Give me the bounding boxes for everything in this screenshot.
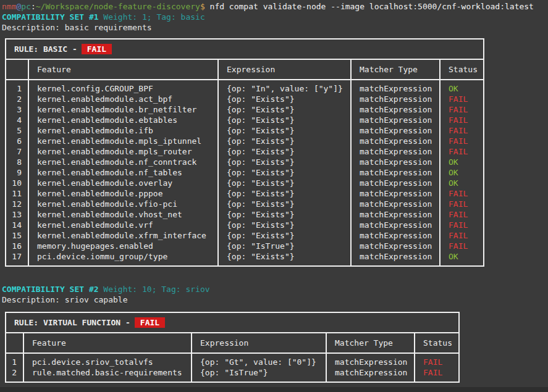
row-index: 1 [6,353,23,367]
row-status: FAIL [440,230,484,241]
row-feature: kernel.enabledmodule.br_netfilter [28,104,218,115]
col-header-status: Status [415,333,459,353]
row-status: FAIL [440,104,484,115]
rule-2-title: RULE: VIRTUAL FUNCTION - [14,318,130,327]
row-status: FAIL [440,199,484,209]
row-feature: kernel.enabledmodule.pppoe [28,188,218,199]
row-index: 12 [6,199,28,209]
row-feature: kernel.enabledmodule.mpls_router [28,146,218,157]
table-row: 15 kernel.enabledmodule.xfrm_interface {… [6,230,484,241]
col-header-index [6,59,28,80]
row-feature: rule.matched.basic-requirements [23,367,192,382]
rule-header-cell: RULE: BASIC -FAIL [6,39,484,59]
row-expression: {op: "Exists"} [218,178,351,188]
row-matcher-type: matchExpression [351,188,440,199]
row-matcher-type: matchExpression [351,80,440,94]
row-expression: {op: "Exists"} [218,146,351,157]
column-header-row: Feature Expression Matcher Type Status [6,59,484,80]
row-index: 17 [6,251,28,266]
table-row: 14 kernel.enabledmodule.vrf {op: "Exists… [6,220,484,230]
set-1-description: Description: basic requirements [2,22,548,33]
command-line: nmm@pc:~/Workspace/node-feature-discover… [2,1,548,12]
row-expression: {op: "Exists"} [218,230,351,241]
row-index: 4 [6,115,28,125]
row-status: FAIL [440,220,484,230]
row-matcher-type: matchExpression [351,199,440,209]
table-row: 12 kernel.enabledmodule.vfio-pci {op: "E… [6,199,484,209]
row-status: OK [440,167,484,178]
row-expression: {op: "Exists"} [218,199,351,209]
row-matcher-type: matchExpression [351,157,440,167]
command-text: nfd compat validate-node --image localho… [210,2,534,11]
rule-2-status-badge: FAIL [135,317,165,328]
table-row: 2 kernel.enabledmodule.act_bpf {op: "Exi… [6,94,484,104]
rule-header-row: RULE: BASIC -FAIL [6,39,484,59]
row-index: 9 [6,167,28,178]
row-status: FAIL [440,241,484,251]
row-matcher-type: matchExpression [351,104,440,115]
prompt-host: pc [21,2,31,11]
table-row: 10 kernel.enabledmodule.overlay {op: "Ex… [6,178,484,188]
col-header-status: Status [440,59,484,80]
rule-header-cell: RULE: VIRTUAL FUNCTION -FAIL [6,312,459,333]
table-row: 6 kernel.enabledmodule.mpls_iptunnel {op… [6,136,484,146]
row-expression: {op: "Exists"} [218,188,351,199]
rule-header-row: RULE: VIRTUAL FUNCTION -FAIL [6,312,459,333]
row-matcher-type: matchExpression [351,209,440,220]
col-header-matcher-type: Matcher Type [326,333,415,353]
row-status: OK [440,251,484,266]
table-row: 16 memory.hugepages.enabled {op: "IsTrue… [6,241,484,251]
column-header-row: Feature Expression Matcher Type Status [6,333,459,353]
table-row: 8 kernel.enabledmodule.nf_conntrack {op:… [6,157,484,167]
rule-table-basic: RULE: BASIC -FAIL Feature Expression Mat… [5,38,484,267]
prompt-dollar: $ [200,2,210,11]
row-status: FAIL [440,209,484,220]
row-expression: {op: "Exists"} [218,115,351,125]
row-feature: kernel.enabledmodule.vhost_net [28,209,218,220]
row-expression: {op: "Exists"} [218,125,351,136]
row-status: FAIL [440,136,484,146]
row-status: FAIL [440,94,484,104]
row-status: FAIL [415,353,459,367]
col-header-expression: Expression [192,333,326,353]
row-status: FAIL [440,188,484,199]
row-index: 16 [6,241,28,251]
terminal-window[interactable]: { "colors": { "background": "#3a3a3a", "… [0,0,548,392]
row-expression: {op: "In", value: ["y"]} [218,80,351,94]
set-1-title: COMPATIBILITY SET #1 [2,12,99,22]
row-matcher-type: matchExpression [351,146,440,157]
row-index: 15 [6,230,28,241]
row-feature: kernel.enabledmodule.nf_tables [28,167,218,178]
row-feature: kernel.enabledmodule.mpls_iptunnel [28,136,218,146]
row-matcher-type: matchExpression [351,220,440,230]
row-matcher-type: matchExpression [326,353,415,367]
row-index: 6 [6,136,28,146]
set-2-description: Description: sriov capable [2,294,548,305]
row-matcher-type: matchExpression [326,367,415,382]
row-status: OK [440,157,484,167]
table-row: 9 kernel.enabledmodule.nf_tables {op: "E… [6,167,484,178]
row-index: 11 [6,188,28,199]
table-row: 1 kernel.config.CGROUP_BPF {op: "In", va… [6,80,484,94]
table-row: 13 kernel.enabledmodule.vhost_net {op: "… [6,209,484,220]
row-status: FAIL [415,367,459,382]
row-status: FAIL [440,115,484,125]
table-row: 2 rule.matched.basic-requirements {op: "… [6,367,459,382]
row-feature: pci.device.sriov_totalvfs [23,353,192,367]
set-2-meta: Weight: 10; Tag: sriov [99,285,210,294]
col-header-feature: Feature [23,333,192,353]
row-index: 1 [6,80,28,94]
row-expression: {op: "IsTrue"} [218,241,351,251]
row-status: OK [440,178,484,188]
prompt-path: ~/Workspace/node-feature-discovery [36,2,200,11]
row-matcher-type: matchExpression [351,167,440,178]
rule-1-title: RULE: BASIC - [14,44,77,54]
row-feature: kernel.enabledmodule.nf_conntrack [28,157,218,167]
table-row: 7 kernel.enabledmodule.mpls_router {op: … [6,146,484,157]
row-index: 5 [6,125,28,136]
row-index: 2 [6,367,23,382]
row-matcher-type: matchExpression [351,94,440,104]
row-status: FAIL [440,146,484,157]
table-row: 1 pci.device.sriov_totalvfs {op: "Gt", v… [6,353,459,367]
row-index: 10 [6,178,28,188]
